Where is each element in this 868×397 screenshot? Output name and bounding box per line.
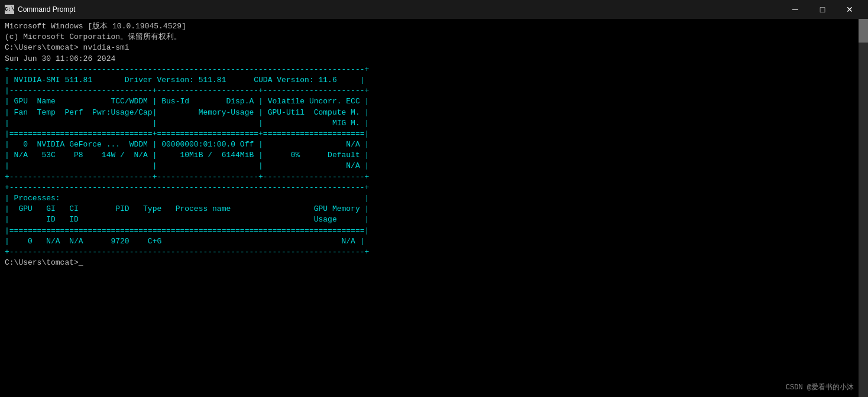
title-bar-controls: ─ □ ✕	[782, 0, 863, 19]
terminal-line: | 0 NVIDIA GeForce ... WDDM | 00000000:0…	[5, 139, 863, 150]
terminal-line: | | | N/A |	[5, 161, 863, 171]
terminal-line: (c) Microsoft Corporation。保留所有权利。	[5, 32, 863, 43]
terminal-line: | ID ID Usage |	[5, 214, 863, 225]
terminal-line: +---------------------------------------…	[5, 64, 863, 75]
terminal-line: C:\Users\tomcat>_	[5, 258, 863, 268]
terminal-line: | GPU GI CI PID Type Process name GPU Me…	[5, 204, 863, 214]
terminal-line: | Processes: |	[5, 193, 863, 204]
terminal-line: Microsoft Windows [版本 10.0.19045.4529]	[5, 21, 863, 32]
terminal-line: |===============================+=======…	[5, 129, 863, 139]
scrollbar[interactable]	[859, 19, 868, 397]
maximize-button[interactable]: □	[809, 0, 836, 19]
terminal-line: |-------------------------------+-------…	[5, 86, 863, 96]
close-button[interactable]: ✕	[836, 0, 863, 19]
terminal-line: +---------------------------------------…	[5, 247, 863, 258]
terminal-line: | GPU Name TCC/WDDM | Bus-Id Disp.A | Vo…	[5, 96, 863, 107]
terminal-line: C:\Users\tomcat> nvidia-smi	[5, 43, 863, 53]
terminal-line: | 0 N/A N/A 9720 C+G N/A |	[5, 236, 863, 247]
command-prompt-window: C:\ Command Prompt ─ □ ✕ Microsoft Windo…	[0, 0, 868, 397]
terminal-line: | N/A 53C P8 14W / N/A | 10MiB / 6144MiB…	[5, 150, 863, 161]
title-bar-title: Command Prompt	[18, 5, 782, 14]
title-bar-icon: C:\	[5, 5, 14, 14]
terminal-line: | Fan Temp Perf Pwr:Usage/Cap| Memory-Us…	[5, 108, 863, 118]
terminal-line: |=======================================…	[5, 226, 863, 236]
terminal-line: +---------------------------------------…	[5, 183, 863, 193]
terminal-line: Sun Jun 30 11:06:26 2024	[5, 54, 863, 64]
terminal-content[interactable]: Microsoft Windows [版本 10.0.19045.4529](c…	[0, 19, 868, 397]
terminal-line: | | | MIG M. |	[5, 118, 863, 129]
scrollbar-thumb[interactable]	[859, 19, 868, 43]
title-bar: C:\ Command Prompt ─ □ ✕	[0, 0, 868, 19]
terminal-line: +-------------------------------+-------…	[5, 172, 863, 183]
watermark: CSDN @爱看书的小沐	[786, 382, 854, 392]
terminal-lines: Microsoft Windows [版本 10.0.19045.4529](c…	[5, 21, 863, 268]
terminal-line: | NVIDIA-SMI 511.81 Driver Version: 511.…	[5, 75, 863, 86]
minimize-button[interactable]: ─	[782, 0, 809, 19]
